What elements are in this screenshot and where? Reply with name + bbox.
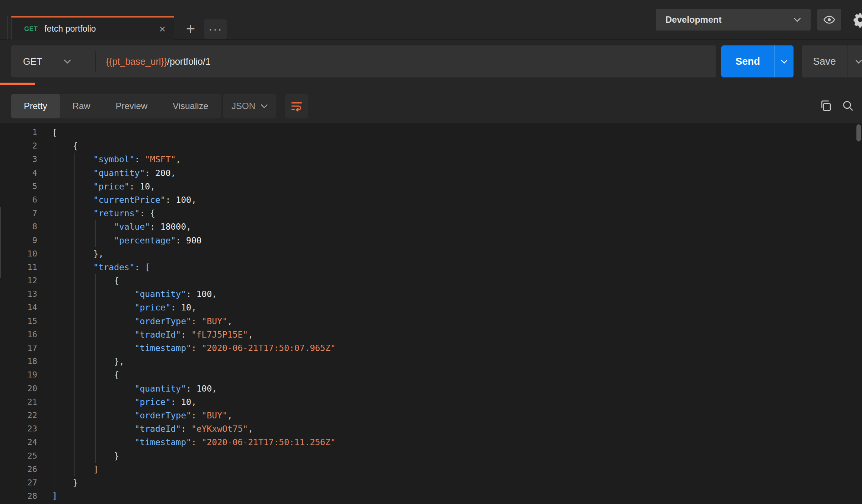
tab-raw[interactable]: Raw [60,94,103,118]
code-text: ] [37,463,99,476]
copy-icon [819,99,832,112]
chevron-down-icon [64,59,71,64]
line-number: 11 [0,261,37,274]
active-section-indicator [0,83,35,85]
code-line: 25 } [0,449,862,463]
line-number: 21 [0,395,37,409]
line-number: 3 [0,153,37,166]
code-line: 28] [0,489,862,503]
code-line: 15 "orderType": "BUY", [0,315,862,328]
indent-guide [116,382,116,449]
tab-method-label: GET [24,25,38,33]
code-text: "percentage": 900 [37,234,202,247]
indent-guide [74,153,75,476]
code-text: "quantity": 200, [37,166,176,180]
save-options-button[interactable] [847,45,862,77]
line-number: 17 [0,341,37,355]
line-number: 18 [0,355,37,368]
code-line: 1[ [0,126,862,139]
code-text: "value": 18000, [37,220,191,233]
plus-icon: + [186,20,195,38]
code-line: 9 "percentage": 900 [0,234,862,247]
line-number: 15 [0,315,37,328]
left-pane-splitter[interactable] [0,207,1,278]
settings-button[interactable] [852,11,862,28]
code-text: "orderType": "BUY", [37,315,233,328]
search-icon [842,99,854,112]
code-text: "price": 10, [37,180,155,193]
code-lines: 1[2 {3 "symbol": "MSFT",4 "quantity": 20… [0,123,862,503]
code-text: "price": 10, [37,395,197,409]
new-tab-button[interactable]: + [181,19,200,39]
save-button[interactable]: Save [802,45,862,77]
environment-quick-look-button[interactable] [817,9,841,31]
method-value: GET [23,56,42,67]
format-selector[interactable]: JSON [223,94,276,118]
line-number: 25 [0,449,37,463]
code-line: 5 "price": 10, [0,180,862,193]
tab-pretty[interactable]: Pretty [11,94,60,118]
code-text: } [37,476,78,489]
code-line: 26 ] [0,463,862,476]
line-number: 10 [0,247,37,261]
eye-icon [823,13,836,26]
code-line: 6 "currentPrice": 100, [0,193,862,207]
chevron-down-icon [781,60,788,64]
request-tabs-bar: GET fetch portfolio × + ··· Development [0,0,862,40]
response-view-tabs: Pretty Raw Preview Visualize [11,94,221,118]
tab-preview[interactable]: Preview [103,94,160,118]
code-text: "currentPrice": 100, [37,193,197,207]
code-line: 2 { [0,139,862,153]
line-number: 2 [0,139,37,153]
code-line: 3 "symbol": "MSFT", [0,153,862,166]
code-text: "symbol": "MSFT", [37,153,181,166]
code-text: }, [37,355,124,368]
code-line: 12 { [0,274,862,287]
code-line: 27 } [0,476,862,489]
line-number: 20 [0,382,37,395]
wrap-text-icon [290,100,303,112]
line-number: 5 [0,180,37,193]
code-text: } [37,449,119,463]
environment-selector[interactable]: Development [656,9,811,31]
line-number: 6 [0,193,37,207]
send-button[interactable]: Send [721,45,794,77]
url-input[interactable]: {{pt_base_url}} /portfolio/1 [96,45,716,77]
code-line: 8 "value": 18000, [0,220,862,233]
line-number: 26 [0,463,37,476]
code-text: { [37,139,78,153]
gear-icon [852,12,862,28]
tab-title: fetch portfolio [44,24,96,34]
method-selector[interactable]: GET [11,45,95,77]
environment-value: Development [665,15,722,25]
url-variable: {{pt_base_url}} [106,56,167,67]
copy-button[interactable] [816,96,835,115]
send-options-button[interactable] [774,45,794,77]
wrap-text-button[interactable] [285,94,308,118]
tab-visualize[interactable]: Visualize [160,94,221,118]
line-number: 13 [0,287,37,301]
search-button[interactable] [838,96,858,115]
scrollbar-thumb[interactable] [856,124,861,141]
code-text: [ [37,126,57,139]
line-number: 12 [0,274,37,287]
more-tabs-button[interactable]: ··· [204,19,227,39]
line-number: 23 [0,422,37,436]
request-tab[interactable]: GET fetch portfolio × [11,16,174,40]
line-number: 9 [0,234,37,247]
code-text: ] [37,489,57,503]
line-number: 24 [0,436,37,449]
chevron-down-icon [794,17,801,22]
code-line: 23 "tradeId": "eYKxwOt75", [0,422,862,436]
code-line: 17 "timestamp": "2020-06-21T17:50:07.965… [0,341,862,355]
line-number: 8 [0,220,37,233]
line-number: 7 [0,207,37,220]
code-text: "orderType": "BUY", [37,409,233,422]
close-icon[interactable]: × [159,23,166,35]
line-number: 1 [0,126,37,139]
app-window: GET fetch portfolio × + ··· Development [0,0,862,504]
ellipsis-icon: ··· [208,22,223,36]
code-text: "tradeId": "fL7J5P15E", [37,328,253,341]
indent-guide [95,220,96,247]
code-text: "timestamp": "2020-06-21T17:50:11.256Z" [37,436,336,449]
